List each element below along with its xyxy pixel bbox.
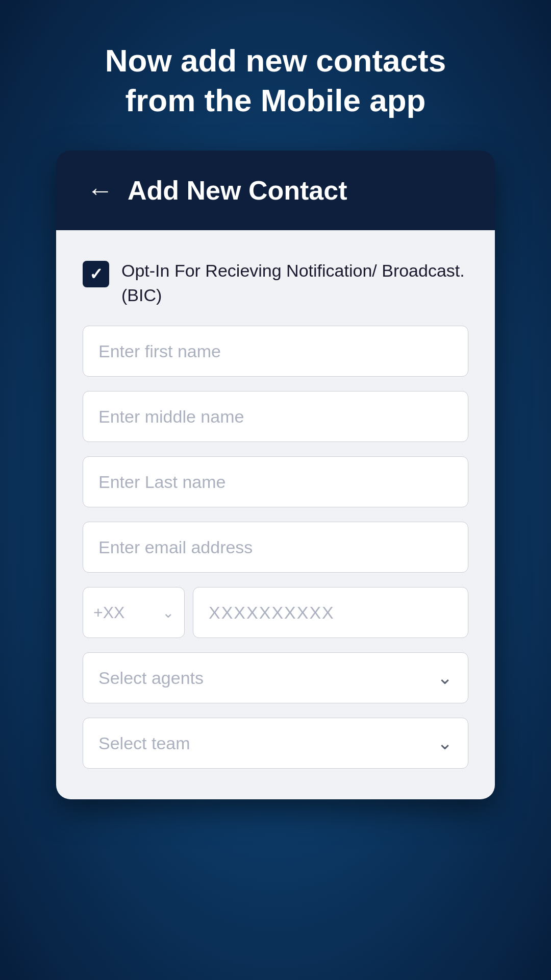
card-title: Add New Contact	[128, 175, 347, 206]
opt-in-row: ✓ Opt-In For Recieving Notification/ Bro…	[83, 255, 468, 311]
middle-name-input[interactable]	[83, 391, 468, 442]
back-arrow-icon[interactable]: ←	[87, 177, 113, 204]
select-agents-label: Select agents	[98, 668, 204, 688]
card-header: ← Add New Contact	[56, 151, 495, 230]
phone-number-input[interactable]	[193, 587, 468, 638]
opt-in-checkbox[interactable]: ✓	[83, 261, 109, 287]
country-code-value: +XX	[93, 603, 124, 622]
select-agents-field[interactable]: Select agents ⌄	[83, 652, 468, 703]
country-code-chevron-icon: ⌄	[162, 604, 174, 621]
country-code-selector[interactable]: +XX ⌄	[83, 587, 185, 638]
first-name-input[interactable]	[83, 326, 468, 377]
opt-in-label: Opt-In For Recieving Notification/ Broad…	[121, 259, 468, 307]
card-body: ✓ Opt-In For Recieving Notification/ Bro…	[56, 230, 495, 799]
checkmark-icon: ✓	[89, 264, 103, 284]
select-team-chevron-icon: ⌄	[437, 732, 453, 754]
last-name-input[interactable]	[83, 456, 468, 507]
email-input[interactable]	[83, 522, 468, 573]
select-agents-chevron-icon: ⌄	[437, 667, 453, 689]
contact-card: ← Add New Contact ✓ Opt-In For Recieving…	[56, 151, 495, 799]
select-team-label: Select team	[98, 733, 190, 753]
page-title: Now add new contacts from the Mobile app	[74, 41, 477, 120]
phone-row: +XX ⌄	[83, 587, 468, 638]
select-team-field[interactable]: Select team ⌄	[83, 718, 468, 769]
